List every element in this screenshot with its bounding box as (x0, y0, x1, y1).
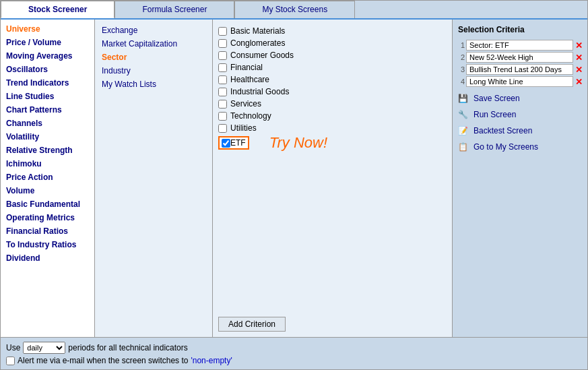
sidebar-item-to-industry-ratios[interactable]: To Industry Ratios (1, 238, 94, 251)
save-icon: 💾 (458, 94, 470, 103)
sector-checkbox-conglomerates[interactable] (218, 39, 227, 48)
middle-column: Exchange Market Capitalization Sector In… (95, 20, 213, 337)
sector-item-utilities[interactable]: Utilities (218, 122, 447, 134)
sector-item-etf[interactable]: ETF (218, 136, 249, 150)
tab-my-stock-screens[interactable]: My Stock Screens (234, 1, 355, 18)
middle-item-exchange[interactable]: Exchange (99, 24, 208, 37)
go-to-my-screens-button[interactable]: 📋 Go to My Screens (455, 140, 585, 154)
criteria-num-2: 2 (455, 53, 465, 61)
sector-checkbox-utilities[interactable] (218, 124, 227, 133)
try-now-text: Try Now! (269, 134, 327, 152)
sector-checkbox-etf[interactable] (222, 139, 230, 148)
sector-checkbox-technology[interactable] (218, 112, 227, 121)
sector-label-conglomerates[interactable]: Conglomerates (230, 38, 285, 48)
run-screen-button[interactable]: 🔧 Run Screen (455, 107, 585, 122)
sector-label-technology[interactable]: Technology (230, 111, 271, 121)
sector-item-services[interactable]: Services (218, 98, 447, 110)
criteria-num-1: 1 (455, 41, 465, 49)
sector-item-healthcare[interactable]: Healthcare (218, 73, 447, 86)
sidebar-item-ichimoku[interactable]: Ichimoku (1, 157, 94, 171)
sector-checkbox-healthcare[interactable] (218, 75, 227, 84)
content-area: Universe Price / Volume Moving Averages … (1, 20, 587, 337)
add-criterion-button[interactable]: Add Criterion (218, 317, 286, 332)
backtest-screen-label: Backtest Screen (473, 126, 532, 135)
sidebar-item-basic-fundamental[interactable]: Basic Fundamental (1, 197, 94, 211)
sector-label-utilities[interactable]: Utilities (230, 123, 257, 133)
alert-value: 'non-empty' (191, 356, 232, 365)
sidebar-item-volume[interactable]: Volume (1, 184, 94, 197)
selection-criteria-header: Selection Criteria (455, 22, 585, 37)
criteria-delete-1[interactable]: ✕ (573, 40, 585, 51)
tab-stock-screener[interactable]: Stock Screener (1, 1, 115, 18)
sector-label-consumer-goods[interactable]: Consumer Goods (230, 51, 294, 60)
criteria-delete-2[interactable]: ✕ (573, 53, 585, 63)
middle-item-sector[interactable]: Sector (99, 51, 208, 64)
sidebar-item-price-volume[interactable]: Price / Volume (1, 36, 94, 49)
criteria-delete-4[interactable]: ✕ (573, 77, 585, 87)
sector-label-financial[interactable]: Financial (230, 63, 263, 72)
backtest-screen-button[interactable]: 📝 Backtest Screen (455, 123, 585, 138)
sector-checkbox-consumer-goods[interactable] (218, 51, 227, 60)
sector-panel: Basic Materials Conglomerates Consumer G… (213, 20, 453, 337)
left-sidebar: Universe Price / Volume Moving Averages … (1, 20, 95, 337)
go-to-my-screens-label: Go to My Screens (473, 142, 538, 152)
use-label: Use (6, 343, 20, 352)
sector-checkbox-financial[interactable] (218, 63, 227, 72)
criteria-delete-3[interactable]: ✕ (573, 65, 585, 75)
sidebar-item-chart-patterns[interactable]: Chart Patterns (1, 103, 94, 117)
sector-label-services[interactable]: Services (230, 99, 261, 109)
bottom-bar: Use daily weekly monthly periods for all… (1, 337, 587, 369)
period-suffix: periods for all technical indicators (68, 343, 187, 352)
sector-checkbox-basic-materials[interactable] (218, 27, 227, 36)
sidebar-item-moving-averages[interactable]: Moving Averages (1, 49, 94, 63)
criteria-rows: 1 Sector: ETF ✕ 2 New 52-Week High ✕ 3 B… (455, 40, 585, 87)
sidebar-item-oscillators[interactable]: Oscillators (1, 63, 94, 76)
tab-formula-screener[interactable]: Formula Screener (115, 1, 234, 18)
sidebar-item-trend-indicators[interactable]: Trend Indicators (1, 76, 94, 90)
sidebar-item-dividend[interactable]: Dividend (1, 251, 94, 265)
sector-label-etf[interactable]: ETF (230, 138, 246, 148)
screens-icon: 📋 (458, 142, 470, 152)
period-select[interactable]: daily weekly monthly (23, 342, 65, 354)
criteria-num-4: 4 (455, 78, 465, 86)
sidebar-item-price-action[interactable]: Price Action (1, 171, 94, 184)
sector-label-basic-materials[interactable]: Basic Materials (230, 26, 285, 36)
criteria-entry-4: 4 Long White Line ✕ (455, 76, 585, 87)
sidebar-item-financial-ratios[interactable]: Financial Ratios (1, 224, 94, 238)
criteria-label-4: Long White Line (466, 76, 573, 87)
sector-checkbox-industrial-goods[interactable] (218, 88, 227, 96)
sidebar-item-universe[interactable]: Universe (1, 22, 94, 36)
middle-item-market-cap[interactable]: Market Capitalization (99, 37, 208, 51)
sector-item-conglomerates[interactable]: Conglomerates (218, 37, 447, 49)
sector-checkbox-services[interactable] (218, 100, 227, 109)
middle-item-industry[interactable]: Industry (99, 64, 208, 78)
criteria-label-3: Bullish Trend Last 200 Days (466, 64, 573, 75)
sector-item-consumer-goods[interactable]: Consumer Goods (218, 49, 447, 61)
sidebar-item-line-studies[interactable]: Line Studies (1, 90, 94, 103)
sector-label-healthcare[interactable]: Healthcare (230, 75, 269, 84)
save-screen-button[interactable]: 💾 Save Screen (455, 91, 585, 106)
save-screen-label: Save Screen (473, 94, 520, 103)
sidebar-item-volatility[interactable]: Volatility (1, 130, 94, 144)
run-screen-label: Run Screen (473, 110, 516, 119)
sector-item-financial[interactable]: Financial (218, 61, 447, 73)
criteria-label-1: Sector: ETF (466, 40, 573, 51)
sidebar-item-relative-strength[interactable]: Relative Strength (1, 144, 94, 157)
sidebar-item-channels[interactable]: Channels (1, 117, 94, 130)
alert-label: Alert me via e-mail when the screen swit… (18, 356, 188, 365)
tab-bar: Stock Screener Formula Screener My Stock… (1, 1, 587, 20)
criteria-label-2: New 52-Week High (466, 52, 573, 63)
sector-label-industrial-goods[interactable]: Industrial Goods (230, 87, 289, 96)
sector-etf-row: ETF Try Now! (218, 134, 447, 152)
middle-item-watchlists[interactable]: My Watch Lists (99, 78, 208, 91)
sidebar-item-operating-metrics[interactable]: Operating Metrics (1, 211, 94, 224)
sector-item-technology[interactable]: Technology (218, 110, 447, 122)
criteria-entry-3: 3 Bullish Trend Last 200 Days ✕ (455, 64, 585, 75)
sector-item-basic-materials[interactable]: Basic Materials (218, 25, 447, 37)
sector-item-industrial-goods[interactable]: Industrial Goods (218, 86, 447, 98)
right-panel: Selection Criteria 1 Sector: ETF ✕ 2 New… (453, 20, 587, 337)
alert-checkbox[interactable] (6, 357, 15, 365)
criteria-entry-1: 1 Sector: ETF ✕ (455, 40, 585, 51)
alert-row: Alert me via e-mail when the screen swit… (6, 356, 582, 365)
sector-list: Basic Materials Conglomerates Consumer G… (218, 25, 447, 313)
